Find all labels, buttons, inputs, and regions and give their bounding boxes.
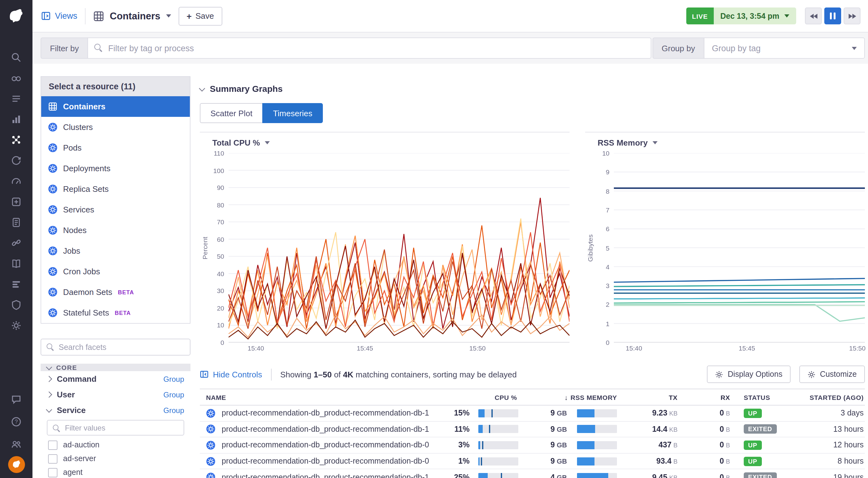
- live-badge[interactable]: LIVE: [686, 7, 713, 24]
- cpu-bar: [470, 473, 518, 478]
- checkbox[interactable]: [48, 440, 57, 450]
- checkbox[interactable]: [48, 454, 57, 463]
- table-row[interactable]: product-recommendation-db_product-recomm…: [200, 406, 865, 421]
- service-filter-ad-auction[interactable]: ad-auction: [40, 438, 190, 452]
- watchdog-icon[interactable]: [0, 67, 32, 88]
- resource-item-deployments[interactable]: Deployments: [41, 158, 190, 179]
- tab-timeseries[interactable]: Timeseries: [262, 103, 323, 123]
- search-icon[interactable]: [0, 47, 32, 67]
- memory-chart-plot[interactable]: [614, 153, 865, 342]
- time-range-picker[interactable]: Dec 13, 3:54 pm: [713, 7, 796, 24]
- views-button[interactable]: Views: [41, 11, 78, 21]
- facet-search-input[interactable]: [40, 339, 190, 356]
- header-cpu[interactable]: CPU %: [435, 393, 518, 401]
- logs-icon[interactable]: [0, 212, 32, 233]
- settings-icon[interactable]: [0, 315, 32, 335]
- facet-group-user[interactable]: User Group: [40, 387, 190, 402]
- gear-icon: [715, 370, 723, 378]
- facet-group-command[interactable]: Command Group: [40, 371, 190, 387]
- resource-list: Containers Clusters Pods Deployments Rep…: [41, 96, 190, 323]
- summary-graphs-toggle[interactable]: Summary Graphs: [200, 84, 865, 94]
- hide-controls-button[interactable]: Hide Controls: [200, 369, 262, 379]
- team-icon[interactable]: [0, 434, 32, 454]
- cpu-bar: [470, 425, 518, 433]
- metrics-icon[interactable]: [0, 109, 32, 129]
- memory-bar: [567, 409, 618, 417]
- page-title-dropdown[interactable]: Containers: [93, 10, 171, 22]
- group-link[interactable]: Group: [163, 390, 184, 399]
- tx-value: 93.4B: [618, 457, 678, 466]
- memory-value: 9GB: [518, 409, 567, 418]
- table-row[interactable]: product-recommendation-db_product-recomm…: [200, 470, 865, 478]
- header-rss-memory[interactable]: ↓RSS MEMORY: [518, 393, 618, 401]
- customize-button[interactable]: Customize: [799, 365, 865, 383]
- table-row[interactable]: product-recommendation-db_product-recomm…: [200, 454, 865, 470]
- resource-item-clusters[interactable]: Clusters: [41, 117, 190, 138]
- tx-value: 437B: [618, 441, 678, 450]
- resource-item-cron-jobs[interactable]: Cron Jobs: [41, 261, 190, 282]
- header-started[interactable]: STARTED (AGO): [790, 393, 865, 401]
- rewind-button[interactable]: [805, 7, 822, 24]
- help-icon[interactable]: ?: [0, 411, 32, 432]
- save-button[interactable]: + Save: [179, 6, 222, 25]
- memory-chart-yaxis-label: Gibibytes: [585, 153, 595, 342]
- resource-item-nodes[interactable]: Nodes: [41, 220, 190, 241]
- tx-value: 9.45KB: [618, 473, 678, 478]
- display-options-button[interactable]: Display Options: [707, 365, 790, 383]
- serverless-icon[interactable]: [0, 171, 32, 191]
- header-status[interactable]: STATUS: [730, 393, 790, 401]
- checkbox[interactable]: [48, 468, 57, 477]
- cpu-bar: [470, 409, 518, 417]
- status-badge: UP: [744, 441, 762, 450]
- cpu-metric-selector[interactable]: Total CPU %: [200, 132, 569, 153]
- notebooks-icon[interactable]: [0, 253, 32, 274]
- memory-metric-selector[interactable]: RSS Memory: [585, 132, 865, 153]
- tab-scatter-plot[interactable]: Scatter Plot: [200, 103, 262, 123]
- service-filter-ad-server[interactable]: ad-server: [40, 452, 190, 466]
- group-link[interactable]: Group: [163, 375, 184, 383]
- service-filter-agent[interactable]: agent: [40, 466, 190, 478]
- app-root: ? Views Containers + Save LIVE: [0, 0, 868, 478]
- resource-icon: [48, 122, 57, 132]
- cpu-chart-plot[interactable]: [228, 153, 569, 342]
- group-link[interactable]: Group: [163, 406, 184, 415]
- container-name: product-recommendation-db_product-recomm…: [222, 457, 429, 466]
- resource-item-daemon-sets[interactable]: Daemon Sets BETA: [41, 282, 190, 302]
- pause-button[interactable]: [824, 7, 841, 24]
- container-name: product-recommendation-db_product-recomm…: [222, 425, 429, 434]
- header-tx[interactable]: TX: [618, 393, 678, 401]
- apm-icon[interactable]: [0, 150, 32, 171]
- kubernetes-icon: [206, 456, 215, 466]
- synthetics-icon[interactable]: [0, 233, 32, 253]
- header-rx[interactable]: RX: [678, 393, 730, 401]
- resource-item-stateful-sets[interactable]: Stateful Sets BETA: [41, 302, 190, 323]
- resource-item-replica-sets[interactable]: Replica Sets: [41, 179, 190, 199]
- hide-controls-label: Hide Controls: [213, 369, 262, 379]
- facet-values-filter-input[interactable]: [47, 420, 184, 436]
- cpu-value: 1%: [436, 457, 470, 466]
- processes-icon[interactable]: [0, 274, 32, 294]
- facet-group-service[interactable]: Service Group: [40, 402, 190, 418]
- service-value-list: ad-auction ad-server agent auth-dotnet: [40, 438, 190, 478]
- summary-charts: Total CPU % Percent 01020304050607080901…: [200, 132, 865, 352]
- resource-item-pods[interactable]: Pods: [41, 138, 190, 158]
- integrations-icon[interactable]: [0, 191, 32, 212]
- account-dog-icon[interactable]: [8, 456, 25, 473]
- resource-item-jobs[interactable]: Jobs: [41, 241, 190, 261]
- table-row[interactable]: product-recommendation-db_product-recomm…: [200, 421, 865, 438]
- group-by-select[interactable]: Group by tag: [704, 37, 865, 59]
- datadog-logo-icon[interactable]: [0, 0, 32, 32]
- resource-item-services[interactable]: Services: [41, 199, 190, 220]
- table-row[interactable]: product-recommendation-db_product-recomm…: [200, 438, 865, 453]
- events-icon[interactable]: [0, 88, 32, 109]
- resource-item-containers[interactable]: Containers: [41, 96, 190, 117]
- table-body: product-recommendation-db_product-recomm…: [200, 406, 865, 478]
- core-section-header[interactable]: CORE: [40, 364, 190, 371]
- header-name[interactable]: NAME: [200, 393, 435, 401]
- tag-filter-input[interactable]: [87, 37, 651, 59]
- security-icon[interactable]: [0, 294, 32, 315]
- memory-bar: [567, 473, 618, 478]
- fast-forward-button[interactable]: [844, 7, 861, 24]
- containers-icon[interactable]: [0, 129, 32, 150]
- chat-icon[interactable]: [0, 389, 32, 409]
